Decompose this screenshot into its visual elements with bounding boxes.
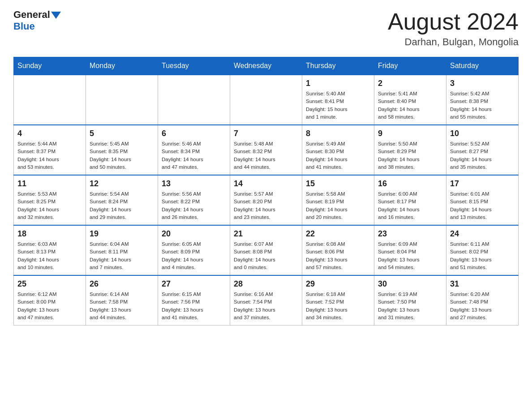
day-info: Sunrise: 5:49 AM Sunset: 8:30 PM Dayligh…	[306, 140, 370, 171]
cell-week4-day1: 19Sunrise: 6:04 AM Sunset: 8:11 PM Dayli…	[86, 225, 158, 275]
day-number: 12	[90, 179, 154, 188]
day-number: 13	[162, 179, 226, 188]
day-info: Sunrise: 6:05 AM Sunset: 8:09 PM Dayligh…	[162, 240, 226, 271]
week-row-5: 25Sunrise: 6:12 AM Sunset: 8:00 PM Dayli…	[14, 275, 519, 325]
day-info: Sunrise: 5:50 AM Sunset: 8:29 PM Dayligh…	[378, 140, 442, 171]
day-number: 30	[378, 279, 442, 289]
day-number: 23	[378, 229, 442, 239]
cell-week3-day1: 12Sunrise: 5:54 AM Sunset: 8:24 PM Dayli…	[86, 175, 158, 225]
day-info: Sunrise: 5:45 AM Sunset: 8:35 PM Dayligh…	[90, 140, 154, 171]
day-number: 29	[306, 279, 370, 289]
cell-week4-day0: 18Sunrise: 6:03 AM Sunset: 8:13 PM Dayli…	[14, 225, 86, 275]
day-number: 21	[234, 229, 298, 239]
day-number: 1	[306, 79, 370, 88]
col-sunday: Sunday	[14, 57, 86, 75]
day-info: Sunrise: 6:00 AM Sunset: 8:17 PM Dayligh…	[378, 190, 442, 221]
week-row-4: 18Sunrise: 6:03 AM Sunset: 8:13 PM Dayli…	[14, 225, 519, 275]
day-number: 8	[306, 129, 370, 138]
week-row-2: 4Sunrise: 5:44 AM Sunset: 8:37 PM Daylig…	[14, 125, 519, 175]
day-number: 9	[378, 129, 442, 138]
col-monday: Monday	[86, 57, 158, 75]
day-info: Sunrise: 5:57 AM Sunset: 8:20 PM Dayligh…	[234, 190, 298, 221]
col-thursday: Thursday	[302, 57, 374, 75]
day-info: Sunrise: 5:48 AM Sunset: 8:32 PM Dayligh…	[234, 140, 298, 171]
day-number: 10	[450, 129, 515, 138]
day-info: Sunrise: 6:01 AM Sunset: 8:15 PM Dayligh…	[450, 190, 515, 221]
day-info: Sunrise: 6:03 AM Sunset: 8:13 PM Dayligh…	[17, 240, 82, 271]
day-info: Sunrise: 5:40 AM Sunset: 8:41 PM Dayligh…	[306, 90, 370, 121]
cell-week5-day4: 29Sunrise: 6:18 AM Sunset: 7:52 PM Dayli…	[302, 275, 374, 325]
cell-week4-day6: 24Sunrise: 6:11 AM Sunset: 8:02 PM Dayli…	[446, 225, 519, 275]
col-friday: Friday	[374, 57, 446, 75]
day-info: Sunrise: 6:20 AM Sunset: 7:48 PM Dayligh…	[450, 291, 515, 321]
cell-week4-day4: 22Sunrise: 6:08 AM Sunset: 8:06 PM Dayli…	[302, 225, 374, 275]
day-number: 18	[17, 229, 82, 239]
cell-week3-day0: 11Sunrise: 5:53 AM Sunset: 8:25 PM Dayli…	[14, 175, 86, 225]
cell-week1-day1	[86, 75, 158, 125]
day-info: Sunrise: 5:53 AM Sunset: 8:25 PM Dayligh…	[17, 190, 82, 221]
day-number: 2	[378, 79, 442, 88]
day-info: Sunrise: 6:11 AM Sunset: 8:02 PM Dayligh…	[450, 240, 515, 271]
day-info: Sunrise: 6:16 AM Sunset: 7:54 PM Dayligh…	[234, 291, 298, 321]
day-number: 31	[450, 279, 515, 289]
day-info: Sunrise: 5:41 AM Sunset: 8:40 PM Dayligh…	[378, 90, 442, 121]
day-info: Sunrise: 6:09 AM Sunset: 8:04 PM Dayligh…	[378, 240, 442, 271]
day-info: Sunrise: 5:52 AM Sunset: 8:27 PM Dayligh…	[450, 140, 515, 171]
cell-week3-day4: 15Sunrise: 5:58 AM Sunset: 8:19 PM Dayli…	[302, 175, 374, 225]
day-info: Sunrise: 6:08 AM Sunset: 8:06 PM Dayligh…	[306, 240, 370, 271]
cell-week2-day3: 7Sunrise: 5:48 AM Sunset: 8:32 PM Daylig…	[230, 125, 302, 175]
logo-text-general: General	[13, 9, 50, 21]
svg-marker-0	[51, 12, 61, 19]
page-header: General Blue August 2024 Darhan, Bulgan,…	[13, 9, 519, 48]
cell-week2-day5: 9Sunrise: 5:50 AM Sunset: 8:29 PM Daylig…	[374, 125, 446, 175]
calendar-title: August 2024	[388, 9, 519, 34]
calendar-header-row: Sunday Monday Tuesday Wednesday Thursday…	[14, 57, 519, 75]
day-number: 27	[162, 279, 226, 289]
day-info: Sunrise: 6:04 AM Sunset: 8:11 PM Dayligh…	[90, 240, 154, 271]
cell-week1-day4: 1Sunrise: 5:40 AM Sunset: 8:41 PM Daylig…	[302, 75, 374, 125]
cell-week2-day2: 6Sunrise: 5:46 AM Sunset: 8:34 PM Daylig…	[158, 125, 230, 175]
cell-week5-day6: 31Sunrise: 6:20 AM Sunset: 7:48 PM Dayli…	[446, 275, 519, 325]
day-number: 25	[17, 279, 82, 289]
col-wednesday: Wednesday	[230, 57, 302, 75]
cell-week4-day3: 21Sunrise: 6:07 AM Sunset: 8:08 PM Dayli…	[230, 225, 302, 275]
day-number: 15	[306, 179, 370, 188]
cell-week2-day4: 8Sunrise: 5:49 AM Sunset: 8:30 PM Daylig…	[302, 125, 374, 175]
cell-week2-day0: 4Sunrise: 5:44 AM Sunset: 8:37 PM Daylig…	[14, 125, 86, 175]
cell-week1-day6: 3Sunrise: 5:42 AM Sunset: 8:38 PM Daylig…	[446, 75, 519, 125]
cell-week2-day6: 10Sunrise: 5:52 AM Sunset: 8:27 PM Dayli…	[446, 125, 519, 175]
cell-week4-day5: 23Sunrise: 6:09 AM Sunset: 8:04 PM Dayli…	[374, 225, 446, 275]
day-number: 14	[234, 179, 298, 188]
cell-week1-day5: 2Sunrise: 5:41 AM Sunset: 8:40 PM Daylig…	[374, 75, 446, 125]
day-info: Sunrise: 6:12 AM Sunset: 8:00 PM Dayligh…	[17, 291, 82, 321]
day-number: 6	[162, 129, 226, 138]
cell-week3-day3: 14Sunrise: 5:57 AM Sunset: 8:20 PM Dayli…	[230, 175, 302, 225]
day-info: Sunrise: 5:46 AM Sunset: 8:34 PM Dayligh…	[162, 140, 226, 171]
day-number: 7	[234, 129, 298, 138]
calendar-table: Sunday Monday Tuesday Wednesday Thursday…	[13, 57, 519, 325]
title-section: August 2024 Darhan, Bulgan, Mongolia	[388, 9, 519, 48]
day-number: 20	[162, 229, 226, 239]
cell-week1-day0	[14, 75, 86, 125]
cell-week4-day2: 20Sunrise: 6:05 AM Sunset: 8:09 PM Dayli…	[158, 225, 230, 275]
cell-week2-day1: 5Sunrise: 5:45 AM Sunset: 8:35 PM Daylig…	[86, 125, 158, 175]
day-info: Sunrise: 5:54 AM Sunset: 8:24 PM Dayligh…	[90, 190, 154, 221]
calendar-subtitle: Darhan, Bulgan, Mongolia	[388, 36, 519, 48]
logo-text-blue: Blue	[13, 21, 35, 32]
day-info: Sunrise: 6:18 AM Sunset: 7:52 PM Dayligh…	[306, 291, 370, 321]
logo-triangle-icon	[51, 10, 61, 20]
day-number: 4	[17, 129, 82, 138]
logo-wordmark: General Blue	[13, 9, 61, 32]
day-info: Sunrise: 5:44 AM Sunset: 8:37 PM Dayligh…	[17, 140, 82, 171]
logo: General Blue	[13, 9, 61, 32]
day-info: Sunrise: 6:07 AM Sunset: 8:08 PM Dayligh…	[234, 240, 298, 271]
day-number: 19	[90, 229, 154, 239]
week-row-3: 11Sunrise: 5:53 AM Sunset: 8:25 PM Dayli…	[14, 175, 519, 225]
day-number: 22	[306, 229, 370, 239]
cell-week1-day2	[158, 75, 230, 125]
cell-week3-day6: 17Sunrise: 6:01 AM Sunset: 8:15 PM Dayli…	[446, 175, 519, 225]
cell-week5-day1: 26Sunrise: 6:14 AM Sunset: 7:58 PM Dayli…	[86, 275, 158, 325]
day-number: 3	[450, 79, 515, 88]
day-info: Sunrise: 5:58 AM Sunset: 8:19 PM Dayligh…	[306, 190, 370, 221]
cell-week1-day3	[230, 75, 302, 125]
